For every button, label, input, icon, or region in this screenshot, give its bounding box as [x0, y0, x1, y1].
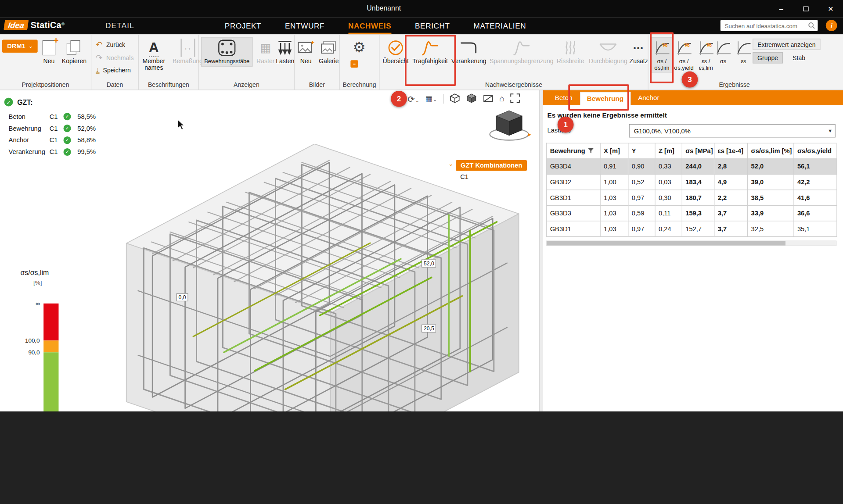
- chevron-down-icon: ⌄: [29, 43, 32, 49]
- column-header-eps[interactable]: εs [1e-4]: [714, 143, 748, 159]
- tab-anchor[interactable]: Anchor: [631, 90, 666, 105]
- filter-icon[interactable]: [588, 148, 594, 154]
- new-document-icon: +: [43, 39, 55, 57]
- copy-icon: [67, 39, 82, 57]
- member-names-button[interactable]: A Member names: [141, 37, 167, 73]
- column-header-z[interactable]: Z [m]: [656, 143, 682, 159]
- app-header: IdeaStatiCa® DETAIL PROJEKT ENTWURF NACH…: [0, 17, 843, 34]
- table-row[interactable]: GB3D4 0,91 0,90 0,33 244,0 2,8 52,0 56,1: [547, 159, 836, 175]
- zoom-extents-button[interactable]: [511, 93, 520, 104]
- kombination-dropdown[interactable]: G100,0%, V100,0% ▼: [629, 124, 836, 138]
- extremwert-anzeigen-button[interactable]: Extremwert anzeigen: [753, 39, 820, 50]
- scale-green-segment: [43, 352, 58, 411]
- table-header-row: Bewehrung X [m] Y Z [m] σs [MPa] εs [1e-…: [547, 143, 836, 159]
- lasten-toggle[interactable]: Lasten: [274, 37, 296, 66]
- statica-logo-text: StatiCa: [31, 21, 61, 30]
- drm1-dropdown[interactable]: DRM1⌄: [2, 40, 38, 53]
- group-anzeigen: Bewehrungsstäbe ▦ Raster: [199, 34, 295, 90]
- module-label: DETAIL: [105, 21, 134, 30]
- window-titlebar: Unbenannt – ✕: [0, 0, 843, 17]
- calculation-settings-icon[interactable]: ≡: [350, 60, 358, 68]
- bild-neu-button[interactable]: + Neu: [295, 37, 316, 66]
- gzt-row-anchor: Anchor C1 ✓ 58,8%: [9, 136, 96, 144]
- kopieren-button[interactable]: Kopieren: [60, 37, 88, 66]
- result-sigma-button[interactable]: σs: [713, 37, 733, 66]
- nochmals-button[interactable]: ↷ Nochmals: [96, 53, 134, 63]
- clipping-plane-button[interactable]: [483, 93, 493, 105]
- search-input[interactable]: [721, 20, 818, 31]
- scrollbar-thumb[interactable]: [547, 241, 785, 246]
- durchbiegung-button[interactable]: Durchbiegung: [587, 37, 629, 66]
- galerie-button[interactable]: Galerie: [317, 37, 340, 66]
- crack-width-icon: [562, 39, 579, 57]
- tab-entwurf[interactable]: ENTWURF: [285, 17, 324, 34]
- snap-grid-dropdown[interactable]: ▦⌄: [425, 95, 437, 104]
- close-icon: ✕: [828, 4, 833, 12]
- bewehrungsstaebe-toggle[interactable]: Bewehrungsstäbe: [201, 37, 253, 66]
- results-table: Bewehrung X [m] Y Z [m] σs [MPa] εs [1e-…: [546, 143, 836, 237]
- panel-splitter[interactable]: [539, 90, 543, 411]
- tab-materialien[interactable]: MATERIALIEN: [473, 17, 526, 34]
- table-row[interactable]: GB3D3 1,03 0,59 0,11 159,3 3,7 33,9 36,6: [547, 206, 836, 222]
- table-row[interactable]: GB3D1 1,03 0,97 0,30 180,7 2,2 38,5 41,6: [547, 190, 836, 206]
- raster-toggle[interactable]: ▦ Raster: [255, 37, 276, 66]
- anchorage-hook-icon: [460, 39, 478, 57]
- strain-ratio-lim-icon: %: [697, 39, 715, 57]
- stress-icon: [714, 39, 732, 57]
- result-eps-button[interactable]: εs: [734, 37, 753, 66]
- zusatz-button[interactable]: ••• Zusatz: [627, 37, 651, 66]
- gear-icon[interactable]: ⚙: [353, 39, 366, 56]
- column-header-sigma[interactable]: σs [MPa]: [682, 143, 714, 159]
- 3d-model[interactable]: [115, 144, 539, 411]
- maximize-button[interactable]: [793, 0, 818, 17]
- group-ergebnisse: % σs / σs,lim % σs / σs,yield: [648, 34, 843, 90]
- new-image-icon: +: [297, 39, 314, 57]
- column-header-bewehrung[interactable]: Bewehrung: [547, 143, 600, 159]
- verankerung-button[interactable]: Verankerung: [450, 37, 487, 66]
- orientation-cube[interactable]: [486, 107, 532, 143]
- info-icon: i: [831, 22, 832, 29]
- toolbar-separator: [443, 94, 443, 104]
- column-header-sigma-yield[interactable]: σs/σs,yield: [794, 143, 837, 159]
- info-button[interactable]: i: [826, 20, 837, 31]
- rotate-mode-dropdown[interactable]: ⟳⌄: [407, 94, 419, 104]
- search-box: [721, 20, 818, 31]
- tab-bericht[interactable]: BERICHT: [415, 17, 450, 34]
- axonometry-button[interactable]: [449, 93, 460, 105]
- neu-position-button[interactable]: + Neu: [41, 37, 57, 66]
- svg-text:%: %: [706, 42, 712, 48]
- stab-toggle[interactable]: Stab: [787, 52, 811, 64]
- idea-statica-window: Unbenannt – ✕ IdeaStatiCa® DETAIL PROJEK…: [0, 0, 843, 411]
- tab-nachweis[interactable]: NACHWEIS: [348, 17, 391, 34]
- zurueck-button[interactable]: ↶ Zurück: [96, 40, 125, 50]
- gzt-check-icon: ✓: [4, 98, 13, 107]
- 3d-viewport[interactable]: ✓ GZT: Beton C1 ✓ 58,5% Bewehrung C1 ✓ 5…: [0, 90, 539, 411]
- tab-projekt[interactable]: PROJEKT: [225, 17, 261, 34]
- column-header-x[interactable]: X [m]: [601, 143, 629, 159]
- spannungsbegrenzung-button[interactable]: Spannungsbegrenzung: [490, 37, 553, 66]
- window-title: Unbenannt: [0, 4, 768, 12]
- solid-view-button[interactable]: [466, 93, 476, 105]
- minimize-button[interactable]: –: [769, 0, 793, 17]
- svg-text:+: +: [311, 40, 315, 46]
- speichern-button[interactable]: ↓ Speichern: [96, 67, 131, 74]
- rissbreite-button[interactable]: Rissbreite: [554, 37, 587, 66]
- minimize-icon: –: [779, 4, 783, 12]
- gzt-title: GZT:: [17, 98, 32, 106]
- annotation-step-1: 1: [558, 117, 574, 133]
- dropdown-arrow-icon: ▼: [825, 128, 835, 133]
- result-label: 20,5: [422, 325, 436, 332]
- search-icon[interactable]: [808, 22, 815, 29]
- column-header-y[interactable]: Y: [628, 143, 655, 159]
- close-button[interactable]: ✕: [818, 0, 843, 17]
- gzt-row-bewehrung: Bewehrung C1 ✓ 52,0%: [9, 125, 96, 132]
- zoom-home-button[interactable]: ⌂: [499, 94, 504, 104]
- table-row[interactable]: GB3D1 1,03 0,97 0,24 152,7 3,7 32,5 35,1: [547, 221, 836, 237]
- result-sigma-syield-button[interactable]: % σs / σs,yield: [673, 37, 695, 72]
- scale-red-segment: [43, 304, 58, 340]
- gruppe-toggle[interactable]: Gruppe: [753, 52, 783, 64]
- table-row[interactable]: GB3D2 1,00 0,52 0,03 183,4 4,9 39,0 42,2: [547, 175, 836, 190]
- scale-title: σs/σs,lim: [21, 268, 49, 276]
- column-header-sigma-slim[interactable]: σs/σs,lim [%]: [748, 143, 794, 159]
- dimension-icon: ↔: [180, 39, 195, 57]
